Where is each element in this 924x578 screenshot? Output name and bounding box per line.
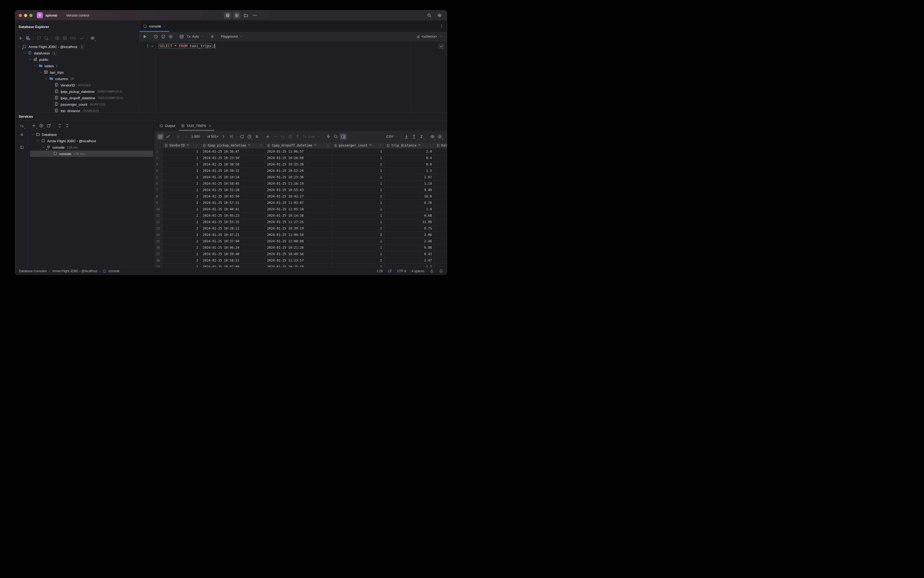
cell[interactable]: 2024-01-25 10:36:47 bbox=[201, 148, 265, 155]
cell[interactable]: 2 bbox=[332, 257, 384, 264]
filters-button[interactable] bbox=[340, 133, 347, 140]
cell[interactable] bbox=[434, 232, 447, 238]
cell[interactable]: 2 bbox=[162, 200, 201, 206]
commit-button[interactable] bbox=[294, 133, 301, 140]
version-control-menu[interactable]: Version control bbox=[66, 13, 89, 17]
close-icon[interactable] bbox=[163, 25, 166, 28]
stop-button[interactable] bbox=[253, 133, 260, 140]
cell[interactable]: 1 bbox=[162, 161, 201, 167]
first-page-button[interactable] bbox=[175, 133, 182, 140]
sort-icon[interactable] bbox=[195, 144, 198, 147]
refresh-button[interactable] bbox=[36, 35, 42, 42]
cell[interactable]: 2 bbox=[162, 187, 201, 193]
chevron-down-icon[interactable] bbox=[42, 146, 45, 149]
cell[interactable]: 2024-01-25 10:31:28 bbox=[201, 187, 265, 193]
cell[interactable]: 1.8 bbox=[384, 206, 434, 213]
cell[interactable] bbox=[434, 174, 447, 180]
cell[interactable] bbox=[434, 206, 447, 213]
sort-icon[interactable] bbox=[379, 144, 382, 147]
cell[interactable]: 2024-01-25 10:25:10 bbox=[265, 264, 332, 267]
cell[interactable]: 2024-01-25 10:37:04 bbox=[201, 238, 265, 244]
cell[interactable]: 1 bbox=[162, 206, 201, 213]
find-button[interactable] bbox=[332, 133, 339, 140]
breadcrumb-item[interactable]: console bbox=[109, 269, 120, 273]
tree-item-datafusion[interactable]: datafusion1 bbox=[15, 50, 139, 56]
cell[interactable]: 2024-01-25 10:53:20 bbox=[265, 167, 332, 174]
cell[interactable] bbox=[434, 187, 447, 193]
cell[interactable]: 9.49 bbox=[384, 187, 434, 193]
cell[interactable]: 0.43 bbox=[384, 251, 434, 257]
close-icon[interactable] bbox=[208, 123, 212, 128]
view-options-button[interactable] bbox=[89, 35, 96, 42]
delete-row-button[interactable] bbox=[272, 133, 279, 140]
cell[interactable]: 1 bbox=[332, 161, 384, 167]
cell[interactable] bbox=[434, 257, 447, 264]
project-files-button[interactable] bbox=[242, 12, 250, 19]
cell[interactable] bbox=[434, 251, 447, 257]
cell[interactable]: 1.07 bbox=[384, 174, 434, 180]
revert-button[interactable] bbox=[279, 133, 286, 140]
layout-panel-icon[interactable] bbox=[20, 145, 24, 149]
cell[interactable]: 2024-01-25 11:06:57 bbox=[265, 148, 332, 155]
settings-button[interactable] bbox=[436, 12, 443, 19]
run-widget-button[interactable] bbox=[233, 12, 240, 19]
tree-item-vendorid[interactable]: VendorIDINTEGER bbox=[15, 82, 139, 88]
cell[interactable]: 2024-01-25 10:58:45 bbox=[201, 180, 265, 187]
cell[interactable]: 2024-01-25 10:40:41 bbox=[201, 206, 265, 213]
sql-statement[interactable]: SELECT * FROM taxi_trips; bbox=[159, 43, 215, 49]
close-window-button[interactable] bbox=[19, 14, 22, 17]
last-page-button[interactable] bbox=[227, 133, 235, 140]
cell[interactable]: 2024-01-25 11:27:25 bbox=[265, 219, 332, 225]
cell[interactable]: 1 bbox=[162, 155, 201, 161]
cell[interactable]: 1 bbox=[332, 200, 384, 206]
inspection-status-widget[interactable] bbox=[438, 43, 445, 49]
cell[interactable]: 2 bbox=[162, 174, 201, 180]
cell[interactable] bbox=[434, 264, 447, 267]
file-encoding[interactable]: UTF-8 bbox=[397, 269, 406, 273]
cell[interactable]: 2 bbox=[162, 251, 201, 257]
cell[interactable]: 1 bbox=[332, 225, 384, 232]
filter-funnel-icon[interactable] bbox=[186, 144, 190, 147]
submit-button[interactable] bbox=[287, 133, 294, 140]
cell[interactable] bbox=[434, 238, 447, 244]
cell[interactable]: 2 bbox=[162, 257, 201, 264]
search-everywhere-button[interactable] bbox=[425, 12, 433, 19]
project-menu[interactable]: spiceai bbox=[45, 13, 57, 17]
cell[interactable]: 2 bbox=[162, 180, 201, 187]
tab-output[interactable]: Output bbox=[157, 121, 178, 131]
new-query-console-button[interactable] bbox=[54, 35, 61, 42]
open-in-new-tab-button[interactable] bbox=[45, 122, 52, 129]
add-service-button[interactable] bbox=[31, 122, 37, 129]
chevron-down-icon[interactable] bbox=[37, 139, 40, 143]
cell[interactable] bbox=[434, 148, 447, 155]
filter-funnel-icon[interactable] bbox=[418, 144, 421, 147]
cell[interactable] bbox=[434, 225, 447, 232]
total-rows-label[interactable]: of 501+ bbox=[206, 133, 219, 140]
cell[interactable] bbox=[434, 213, 447, 219]
auto-refresh-button[interactable] bbox=[246, 133, 253, 140]
reload-page-button[interactable] bbox=[238, 133, 245, 140]
grid-settings-button[interactable] bbox=[436, 133, 443, 140]
cell[interactable]: 1 bbox=[332, 251, 384, 257]
download-data-button[interactable] bbox=[403, 133, 410, 140]
tree-item-arrow-flight-jdbc-localhost[interactable]: Arrow Flight JDBC - @localhost1 bbox=[15, 44, 139, 50]
cell[interactable]: 2024-01-25 10:38:32 bbox=[201, 167, 265, 174]
cell[interactable]: 1 bbox=[332, 238, 384, 244]
cell[interactable] bbox=[434, 180, 447, 187]
page-size-select[interactable]: 1-500 bbox=[190, 133, 206, 140]
tab-options-kebab-icon[interactable] bbox=[439, 24, 447, 28]
open-data-button[interactable] bbox=[62, 35, 68, 42]
cell[interactable]: 0.76 bbox=[384, 200, 434, 206]
cell[interactable]: 1 bbox=[162, 148, 201, 155]
chevron-down-icon[interactable] bbox=[29, 58, 32, 61]
cell[interactable]: 2024-01-25 10:02:08 bbox=[201, 264, 265, 267]
query-history-button[interactable] bbox=[152, 33, 159, 40]
cell[interactable]: 2 bbox=[162, 244, 201, 251]
cell[interactable]: 2024-01-25 10:10:24 bbox=[201, 174, 265, 180]
tree-item-trip-distance[interactable]: trip_distanceDOUBLE(0) bbox=[15, 107, 139, 112]
maximize-window-button[interactable] bbox=[29, 14, 32, 17]
cell[interactable] bbox=[434, 244, 447, 251]
cell[interactable]: 2024-01-25 11:05:18 bbox=[265, 206, 332, 213]
show-options-button[interactable] bbox=[38, 122, 45, 129]
tree-item-console[interactable]: console126 ms bbox=[29, 144, 155, 151]
